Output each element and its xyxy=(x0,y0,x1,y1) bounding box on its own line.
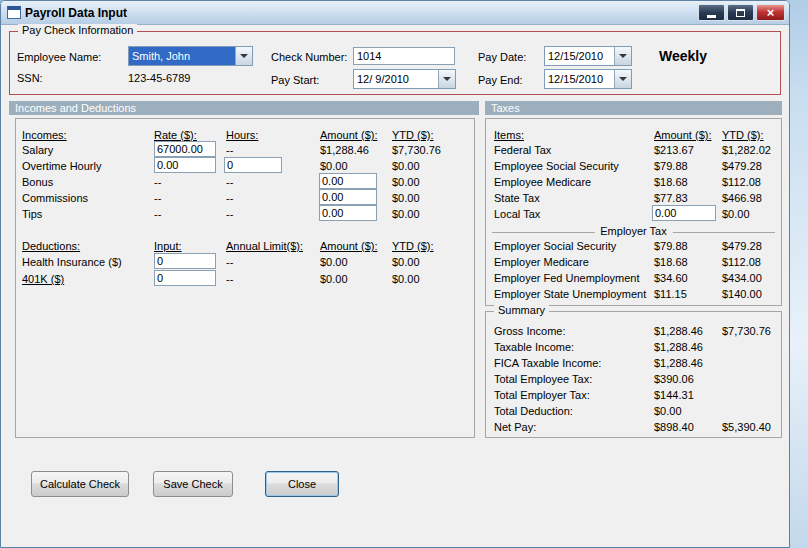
commissions-rate: -- xyxy=(154,192,161,204)
incomes-col-hours: Hours: xyxy=(226,129,258,141)
dropdown-arrow-icon xyxy=(240,54,248,58)
pay-start-datepicker[interactable]: 12/ 9/2010 xyxy=(353,69,456,89)
salary-rate-input[interactable] xyxy=(154,141,216,157)
pay-end-datepicker[interactable]: 12/15/2010 xyxy=(544,69,632,89)
pay-date-dropdown-button[interactable] xyxy=(614,47,631,65)
tax-row-label: Federal Tax xyxy=(494,144,551,156)
tips-rate: -- xyxy=(154,208,161,220)
summary-row-amount: $144.31 xyxy=(654,389,694,401)
local-tax-ytd: $0.00 xyxy=(722,208,750,220)
tax-row-ytd: $112.08 xyxy=(722,256,761,268)
deductions-col-input: Input: xyxy=(154,240,182,252)
tax-row-amount: $11.15 xyxy=(654,288,687,300)
deductions-col-limit: Annual Limit($): xyxy=(226,240,303,252)
deductions-col-ytd: YTD ($): xyxy=(392,240,434,252)
taxes-panel: Items: Amount ($): YTD ($): Federal Tax … xyxy=(485,118,782,306)
local-tax-input[interactable] xyxy=(652,205,716,221)
summary-row-label: FICA Taxable Income: xyxy=(494,357,601,369)
tax-row-label: Employee Social Security xyxy=(494,160,619,172)
incomes-deductions-panel: Incomes: Rate ($): Hours: Amount ($): YT… xyxy=(15,118,475,438)
income-row-label: Bonus xyxy=(22,176,53,188)
salary-hours: -- xyxy=(226,144,233,156)
k401-ytd: $0.00 xyxy=(392,273,420,285)
payroll-window: Payroll Data Input × Pay Check Informati… xyxy=(0,0,790,548)
overtime-amount: $0.00 xyxy=(320,160,348,172)
app-icon xyxy=(7,6,21,19)
summary-row-amount: $1,288.46 xyxy=(654,325,703,337)
taxes-header: Taxes xyxy=(485,101,782,115)
pay-date-label: Pay Date: xyxy=(478,51,526,63)
calculate-check-button[interactable]: Calculate Check xyxy=(31,471,129,497)
pay-start-label: Pay Start: xyxy=(271,74,319,86)
employee-name-value: Smith, John xyxy=(129,47,235,65)
bonus-hours: -- xyxy=(226,176,233,188)
overtime-hours-input[interactable] xyxy=(224,157,282,173)
bonus-rate: -- xyxy=(154,176,161,188)
tax-row-ytd: $1,282.02 xyxy=(722,144,771,156)
deduction-row-label: Health Insurance ($) xyxy=(22,256,122,268)
tax-row-amount: $213.67 xyxy=(654,144,694,156)
tips-amount-input[interactable] xyxy=(319,205,377,221)
incomes-col-rate: Rate ($): xyxy=(154,129,197,141)
incomes-col-amount: Amount ($): xyxy=(320,129,377,141)
salary-amount: $1,288.46 xyxy=(320,144,369,156)
dropdown-arrow-icon xyxy=(443,77,451,81)
tax-row-label: Employer Fed Unemployment xyxy=(494,272,640,284)
deductions-col-amount: Amount ($): xyxy=(320,240,377,252)
incomes-deductions-header: Incomes and Deductions xyxy=(9,101,479,115)
income-row-label: Tips xyxy=(22,208,42,220)
income-row-label: Salary xyxy=(22,144,53,156)
ssn-value: 123-45-6789 xyxy=(128,72,190,84)
maximize-icon xyxy=(736,9,745,17)
employee-name-combobox[interactable]: Smith, John xyxy=(128,46,253,66)
overtime-rate-input[interactable] xyxy=(154,157,216,173)
commissions-hours: -- xyxy=(226,192,233,204)
salary-ytd: $7,730.76 xyxy=(392,144,441,156)
maximize-button[interactable] xyxy=(727,4,754,21)
summary-row-label: Total Employee Tax: xyxy=(494,373,592,385)
summary-row-amount: $1,288.46 xyxy=(654,357,703,369)
summary-row-label: Total Deduction: xyxy=(494,405,573,417)
pay-date-value: 12/15/2010 xyxy=(545,47,614,65)
pay-end-dropdown-button[interactable] xyxy=(614,70,631,88)
health-insurance-input[interactable] xyxy=(154,253,216,269)
income-row-label: Overtime Hourly xyxy=(22,160,101,172)
commissions-amount-input[interactable] xyxy=(319,189,377,205)
summary-row-label: Gross Income: xyxy=(494,325,566,337)
summary-row-amount: $898.40 xyxy=(654,421,694,433)
deduction-row-label-401k: 401K ($) xyxy=(22,273,64,285)
income-row-label: Commissions xyxy=(22,192,88,204)
health-insurance-limit: -- xyxy=(226,256,233,268)
tax-row-amount: $18.68 xyxy=(654,256,688,268)
tax-row-amount: $77.83 xyxy=(654,192,688,204)
pay-end-label: Pay End: xyxy=(478,74,523,86)
k401-input[interactable] xyxy=(154,270,216,286)
check-number-input[interactable] xyxy=(353,47,455,65)
summary-row-amount: $1,288.46 xyxy=(654,341,703,353)
save-check-button[interactable]: Save Check xyxy=(153,471,233,497)
tips-hours: -- xyxy=(226,208,233,220)
commissions-ytd: $0.00 xyxy=(392,192,420,204)
tax-row-amount: $79.88 xyxy=(654,240,688,252)
tax-row-label: Employer Medicare xyxy=(494,256,589,268)
pay-start-dropdown-button[interactable] xyxy=(438,70,455,88)
pay-date-datepicker[interactable]: 12/15/2010 xyxy=(544,46,632,66)
caption-buttons: × xyxy=(698,4,785,21)
pay-frequency-label: Weekly xyxy=(659,48,707,64)
employee-name-dropdown-button[interactable] xyxy=(235,47,252,65)
paycheck-info-legend: Pay Check Information xyxy=(18,24,137,36)
summary-row-ytd: $5,390.40 xyxy=(722,421,771,433)
close-check-button[interactable]: Close xyxy=(265,471,339,497)
minimize-button[interactable] xyxy=(698,4,725,21)
bonus-amount-input[interactable] xyxy=(319,173,377,189)
health-insurance-amount: $0.00 xyxy=(320,256,348,268)
close-icon: × xyxy=(767,6,775,19)
tax-row-label: Employee Medicare xyxy=(494,176,591,188)
summary-group: Summary Gross Income: $1,288.46 $7,730.7… xyxy=(485,311,782,438)
close-button[interactable]: × xyxy=(756,4,785,21)
tax-row-ytd: $434.00 xyxy=(722,272,762,284)
tax-row-ytd: $112.08 xyxy=(722,176,761,188)
incomes-col-name: Incomes: xyxy=(22,129,67,141)
tax-row-amount: $34.60 xyxy=(654,272,688,284)
summary-row-ytd: $7,730.76 xyxy=(722,325,771,337)
